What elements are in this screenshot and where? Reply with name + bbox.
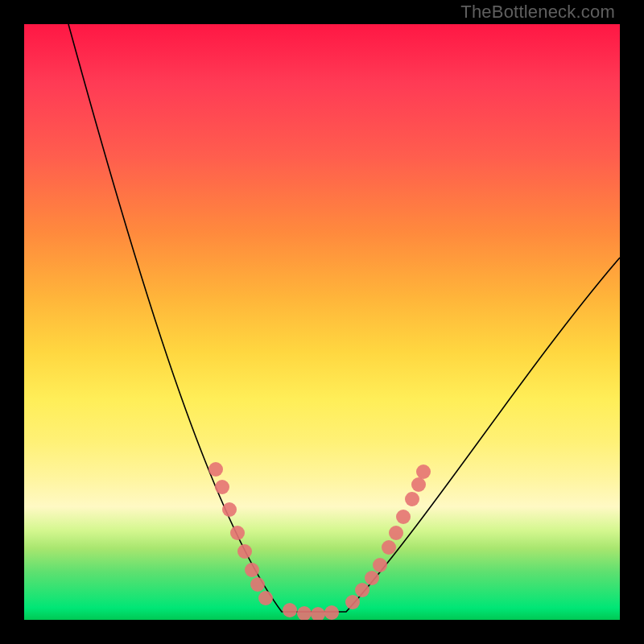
data-dot [373,558,387,572]
dot-layer [208,462,431,620]
chart-area [24,24,620,620]
data-dot [215,480,229,494]
data-dot [396,510,411,524]
data-dot [324,605,339,620]
data-dot [405,492,419,506]
data-dot [258,591,273,605]
data-dot [208,462,223,477]
data-dot [245,563,259,577]
bottleneck-curve [68,24,620,612]
data-dot [230,526,245,540]
data-dot [250,577,265,592]
data-dot [345,595,360,609]
data-dot [382,540,396,555]
data-dot [237,544,252,559]
data-dot [416,464,431,479]
data-dot [355,583,369,597]
watermark-text: TheBottleneck.com [460,2,615,23]
data-dot [365,571,379,585]
data-dot [389,526,403,540]
data-dot [311,607,325,620]
data-dot [222,502,237,517]
data-dot [411,477,426,492]
data-dot [297,606,312,620]
data-dot [283,603,297,617]
chart-overlay [24,24,620,620]
